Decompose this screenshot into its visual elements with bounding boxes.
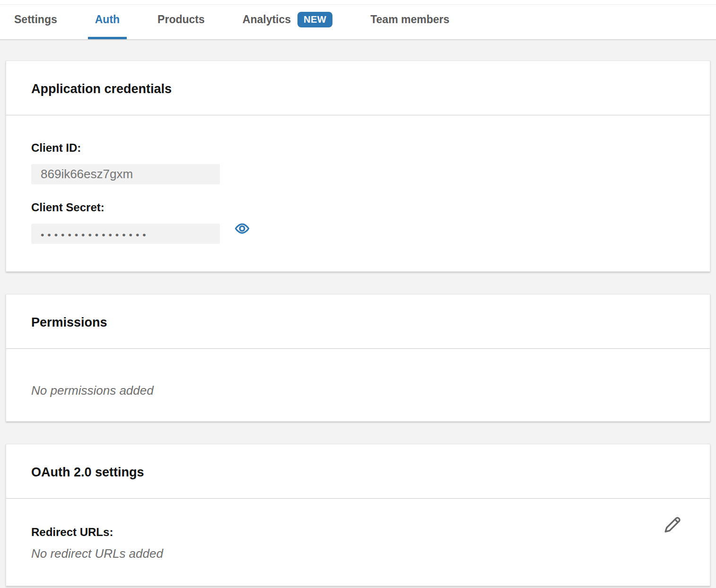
client-id-label: Client ID:	[31, 141, 685, 155]
permissions-card: Permissions No permissions added	[6, 294, 710, 422]
tab-auth-label: Auth	[95, 13, 120, 26]
application-credentials-header: Application credentials	[6, 61, 710, 115]
oauth-settings-header: OAuth 2.0 settings	[6, 444, 710, 499]
tab-products-label: Products	[157, 13, 205, 26]
client-secret-field[interactable]: ••••••••••••••••	[31, 224, 220, 244]
client-id-field[interactable]: 869ik66esz7gxm	[31, 164, 220, 184]
client-secret-row: ••••••••••••••••	[31, 214, 685, 244]
redirect-urls-empty-text: No redirect URLs added	[31, 546, 685, 561]
reveal-secret-button[interactable]	[234, 222, 250, 236]
redirect-urls-label: Redirect URLs:	[31, 525, 685, 539]
application-credentials-title: Application credentials	[31, 81, 685, 97]
eye-icon	[234, 222, 250, 236]
permissions-body: No permissions added	[6, 349, 710, 421]
oauth-settings-title: OAuth 2.0 settings	[31, 464, 685, 480]
tab-analytics[interactable]: Analytics NEW	[236, 0, 340, 39]
permissions-empty-text: No permissions added	[31, 383, 685, 398]
tab-analytics-label: Analytics	[243, 13, 291, 26]
application-credentials-card: Application credentials Client ID: 869ik…	[6, 61, 710, 272]
tab-team-members[interactable]: Team members	[363, 0, 456, 39]
tab-settings[interactable]: Settings	[7, 0, 64, 39]
tab-products[interactable]: Products	[150, 0, 212, 39]
oauth-settings-body: Redirect URLs: No redirect URLs added	[6, 499, 710, 586]
top-hairline	[0, 4, 716, 5]
oauth-settings-card: OAuth 2.0 settings Redirect URLs: No red…	[6, 444, 710, 586]
edit-redirect-urls-button[interactable]	[662, 514, 683, 536]
permissions-header: Permissions	[6, 294, 710, 349]
tab-settings-label: Settings	[14, 13, 57, 26]
permissions-title: Permissions	[31, 314, 685, 330]
new-badge: NEW	[297, 12, 332, 27]
pencil-icon	[662, 530, 683, 537]
application-credentials-body: Client ID: 869ik66esz7gxm Client Secret:…	[6, 115, 710, 271]
tab-team-members-label: Team members	[370, 13, 449, 26]
client-secret-label: Client Secret:	[31, 200, 685, 214]
tab-bar: Settings Auth Products Analytics NEW Tea…	[0, 0, 716, 40]
tab-auth[interactable]: Auth	[88, 0, 127, 39]
